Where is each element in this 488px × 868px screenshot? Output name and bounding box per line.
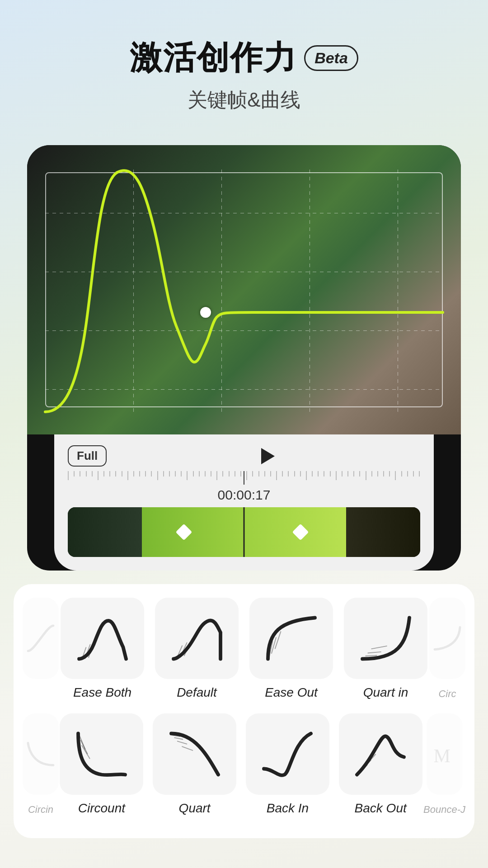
filmstrip-segment-dark1: [68, 507, 142, 557]
back-in-label: Back In: [267, 801, 309, 816]
quart-in-curve: [357, 609, 415, 668]
timecode: 00:00:17: [68, 487, 420, 503]
video-preview: [27, 145, 461, 434]
presets-row-2: Circin Circount: [23, 713, 465, 816]
circount-curve: [72, 725, 131, 783]
ghost-label-left-r2: Circin: [28, 804, 53, 816]
app-title: 激活创作力: [130, 36, 297, 80]
filmstrip-segment-dark2: [346, 507, 420, 557]
curve-control-point[interactable]: [200, 307, 211, 318]
transport-bar: Full: [68, 445, 420, 467]
filmstrip[interactable]: [68, 507, 420, 557]
default-label: Default: [177, 685, 217, 700]
side-preset-left-r1[interactable]: [23, 598, 59, 688]
preset-ease-both[interactable]: Ease Both: [59, 598, 146, 700]
presets-row-1: Ease Both Default: [23, 598, 465, 700]
playhead[interactable]: [244, 471, 244, 485]
preset-back-out-icon: [339, 713, 422, 795]
preset-back-out[interactable]: Back Out: [338, 713, 423, 816]
svg-text:M: M: [433, 745, 450, 766]
ghost-label-right-r1: Circ: [438, 688, 456, 700]
header-title-row: 激活创作力 Beta: [0, 36, 488, 80]
side-preset-right-r2[interactable]: M Bounce-J: [423, 713, 465, 816]
svg-line-18: [177, 741, 187, 744]
preset-quart-icon: [153, 713, 236, 795]
preset-circount[interactable]: Circount: [59, 713, 145, 816]
side-preset-right-r1[interactable]: Circ: [429, 598, 465, 700]
svg-line-10: [365, 656, 377, 656]
presets-inner-grid-r1: Ease Both Default: [59, 598, 429, 700]
ghost-icon-right-r1: [429, 598, 465, 679]
presets-area: Ease Both Default: [14, 584, 474, 838]
quart-curve: [165, 725, 224, 783]
back-out-curve: [351, 725, 410, 783]
ghost-label-right-r2: Bounce-J: [423, 804, 465, 816]
bounce-icon: M: [429, 738, 460, 770]
circ-in-icon: [25, 738, 56, 770]
preset-circount-icon: [60, 713, 143, 795]
svg-line-11: [367, 652, 381, 653]
preset-quart[interactable]: Quart: [152, 713, 238, 816]
row-divider: [23, 709, 465, 713]
ease-both-label: Ease Both: [73, 685, 131, 700]
circ-icon: [432, 623, 463, 654]
play-button[interactable]: [261, 448, 275, 464]
presets-panel: Ease Both Default: [14, 584, 474, 838]
video-background: [27, 145, 461, 434]
svg-line-12: [371, 646, 387, 649]
preset-default-icon: [155, 598, 239, 679]
preset-quart-in[interactable]: Quart in: [342, 598, 429, 700]
header-subtitle: 关键帧&曲线: [0, 87, 488, 113]
svg-line-17: [174, 738, 183, 740]
back-out-label: Back Out: [355, 801, 407, 816]
side-preset-left-r2[interactable]: Circin: [23, 713, 59, 816]
full-badge[interactable]: Full: [68, 445, 107, 467]
linear-icon: [25, 623, 56, 654]
ghost-icon-right-r2: M: [427, 713, 463, 795]
header: 激活创作力 Beta 关键帧&曲线: [0, 0, 488, 127]
preset-default[interactable]: Default: [153, 598, 240, 700]
preset-back-in-icon: [246, 713, 329, 795]
preset-ease-both-icon: [61, 598, 144, 679]
preset-back-in[interactable]: Back In: [245, 713, 331, 816]
curve-svg: [27, 145, 461, 434]
video-container: Full 00:00:17: [27, 145, 461, 571]
filmstrip-playhead: [244, 507, 245, 557]
ghost-icon-left-r2: [23, 713, 59, 795]
back-in-curve: [258, 725, 317, 783]
svg-line-19: [182, 746, 193, 750]
timeline-ruler[interactable]: [68, 471, 420, 485]
default-curve: [168, 609, 226, 668]
preset-ease-out[interactable]: Ease Out: [248, 598, 335, 700]
controls-area: Full 00:00:17: [54, 434, 434, 571]
ease-both-curve: [73, 609, 132, 668]
presets-inner-grid-r2: Circount Quart: [59, 713, 423, 816]
circount-label: Circount: [78, 801, 125, 816]
ease-out-label: Ease Out: [265, 685, 318, 700]
quart-label: Quart: [179, 801, 211, 816]
quart-in-label: Quart in: [363, 685, 408, 700]
ghost-icon-left-r1: [23, 598, 59, 679]
ease-out-curve: [262, 609, 321, 668]
preset-quart-in-icon: [344, 598, 427, 679]
beta-badge: Beta: [304, 45, 358, 71]
preset-ease-out-icon: [249, 598, 333, 679]
